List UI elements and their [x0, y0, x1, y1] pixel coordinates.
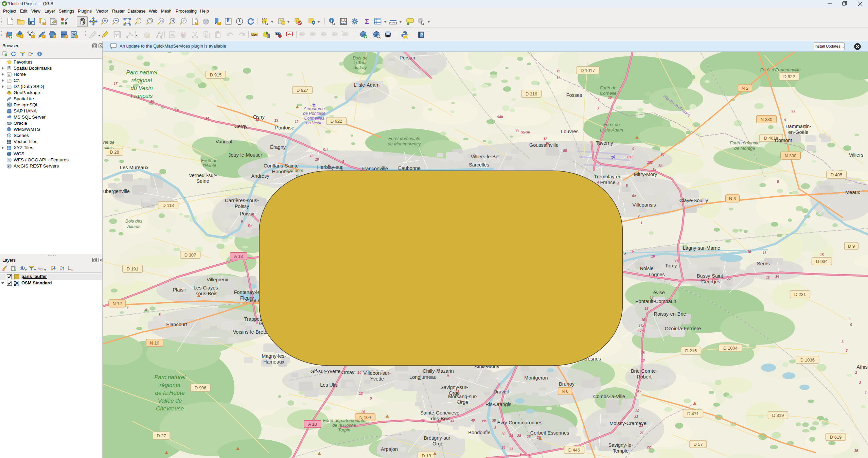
- svg-text:Taverny: Taverny: [596, 140, 614, 146]
- svg-text:D 915: D 915: [210, 72, 222, 77]
- svg-text:Cergy: Cergy: [234, 124, 248, 129]
- svg-text:Orge: Orge: [457, 400, 468, 405]
- svg-text:13: 13: [359, 392, 363, 395]
- svg-text:D 319: D 319: [772, 413, 784, 418]
- svg-text:28: 28: [509, 434, 513, 438]
- svg-text:Combs-la-Ville: Combs-la-Ville: [593, 394, 625, 399]
- svg-text:5: 5: [850, 323, 852, 327]
- svg-text:V: V: [8, 159, 10, 161]
- svg-text:en Vexin: en Vexin: [306, 121, 322, 125]
- svg-text:1: 1: [865, 391, 867, 395]
- svg-text:évise: évise: [653, 290, 665, 295]
- svg-text:N 330: N 330: [785, 153, 797, 158]
- svg-text:régional: régional: [131, 77, 153, 84]
- svg-text:Andrésy: Andrésy: [251, 173, 269, 179]
- svg-text:Français: Français: [130, 93, 153, 99]
- svg-text:*: *: [43, 35, 45, 39]
- svg-text:Persan: Persan: [400, 55, 415, 60]
- svg-text:A 10: A 10: [308, 422, 317, 427]
- svg-text:D 619: D 619: [830, 435, 842, 440]
- svg-text:16: 16: [854, 449, 858, 453]
- svg-text:Sarcelles: Sarcelles: [469, 162, 489, 168]
- svg-text:D 191: D 191: [127, 266, 139, 271]
- svg-text:Poissy: Poissy: [240, 211, 254, 216]
- svg-text:Corbeil-Essonnes: Corbeil-Essonnes: [530, 430, 569, 436]
- svg-text:3: 3: [842, 340, 844, 344]
- svg-text:22: 22: [646, 445, 651, 449]
- svg-text:8: 8: [145, 308, 147, 312]
- svg-text:Georges: Georges: [701, 279, 720, 284]
- svg-text:43: 43: [420, 419, 425, 422]
- svg-text:95-96: 95-96: [521, 130, 530, 134]
- svg-text:Moissy-Cramayel: Moissy-Cramayel: [609, 421, 648, 426]
- svg-text:de la Haute: de la Haute: [155, 390, 185, 396]
- svg-text:7: 7: [638, 214, 640, 218]
- svg-text:Roissy-en-Brie: Roissy-en-Brie: [654, 311, 686, 317]
- svg-text:Eaubonne: Eaubonne: [398, 165, 421, 171]
- svg-text:41: 41: [450, 419, 455, 423]
- svg-text:9: 9: [447, 374, 449, 378]
- svg-text:abc: abc: [287, 33, 293, 36]
- svg-text:11: 11: [675, 259, 678, 263]
- svg-text:6: 6: [241, 219, 243, 223]
- svg-text:D 113: D 113: [162, 203, 174, 208]
- svg-text:*: *: [196, 22, 197, 25]
- svg-text:9: 9: [370, 397, 372, 400]
- svg-text:Forêt de: Forêt de: [600, 85, 616, 90]
- svg-text:10: 10: [315, 158, 319, 161]
- svg-text:28: 28: [517, 434, 521, 438]
- svg-text:Forêt de: Forêt de: [201, 158, 217, 163]
- svg-text:*: *: [218, 22, 220, 25]
- svg-text:Athis-: Athis-: [856, 364, 868, 370]
- svg-text:D 216: D 216: [685, 348, 697, 353]
- svg-text:Carrières-sous-: Carrières-sous-: [225, 198, 259, 203]
- svg-text:Serris: Serris: [757, 261, 770, 266]
- svg-text:N 3: N 3: [729, 196, 736, 201]
- svg-text:Cornelle: Cornelle: [600, 91, 616, 96]
- svg-text:Turpin: Turpin: [338, 427, 350, 433]
- svg-text:*: *: [75, 35, 77, 39]
- svg-text:Vallée de: Vallée de: [158, 398, 182, 404]
- svg-text:8: 8: [777, 180, 779, 183]
- svg-text:14: 14: [775, 275, 779, 278]
- svg-text:9: 9: [632, 147, 634, 151]
- svg-text:Mitry-Mory: Mitry-Mory: [634, 172, 657, 177]
- svg-text:Franconville: Franconville: [361, 166, 388, 171]
- svg-text:D 927: D 927: [297, 88, 308, 93]
- svg-text:Forêt d'Ermenonville: Forêt d'Ermenonville: [760, 67, 801, 72]
- svg-text:102: 102: [647, 161, 653, 164]
- svg-text:abc: abc: [311, 33, 315, 36]
- svg-text:Σ: Σ: [365, 18, 369, 25]
- svg-text:Hameaux: Hameaux: [263, 359, 285, 365]
- svg-text:15: 15: [644, 307, 649, 311]
- svg-text:du Vexin: du Vexin: [130, 85, 153, 91]
- svg-text:D 1036: D 1036: [800, 357, 815, 363]
- svg-text:la Tour: la Tour: [353, 60, 367, 65]
- svg-text:2: 2: [859, 381, 861, 385]
- svg-text:Osny: Osny: [253, 114, 265, 120]
- svg-text:Robert: Robert: [637, 374, 652, 380]
- svg-text:D 57: D 57: [693, 442, 703, 447]
- svg-text:100: 100: [627, 155, 633, 159]
- svg-text:40: 40: [471, 419, 475, 422]
- svg-text:Aubergenville: Aubergenville: [103, 189, 130, 194]
- svg-text:17b: 17b: [638, 329, 643, 333]
- svg-text:Dammartin-: Dammartin-: [785, 124, 811, 129]
- svg-text:D 446: D 446: [568, 447, 580, 453]
- svg-text:Draveil: Draveil: [493, 389, 509, 394]
- svg-text:98: 98: [563, 149, 567, 153]
- svg-text:Brunoy: Brunoy: [559, 381, 575, 387]
- svg-text:5: 5: [342, 160, 344, 164]
- svg-text:D 405: D 405: [831, 172, 843, 177]
- svg-text:L'Isle-Adam: L'Isle-Adam: [354, 82, 379, 88]
- svg-text:Morsang-sur-: Morsang-sur-: [448, 394, 477, 399]
- svg-text:L'Isle-Adam: L'Isle-Adam: [600, 127, 623, 133]
- svg-text:15: 15: [820, 253, 824, 257]
- svg-text:Longjumeau: Longjumeau: [409, 374, 437, 380]
- svg-text:9: 9: [519, 453, 521, 456]
- svg-text:Chevreuse: Chevreuse: [156, 405, 184, 412]
- svg-text:5: 5: [617, 182, 619, 186]
- svg-text:Pontault-Combault: Pontault-Combault: [635, 299, 676, 304]
- svg-text:N 6: N 6: [562, 389, 568, 394]
- svg-text:Jouy-le-Moutier: Jouy-le-Moutier: [228, 152, 262, 158]
